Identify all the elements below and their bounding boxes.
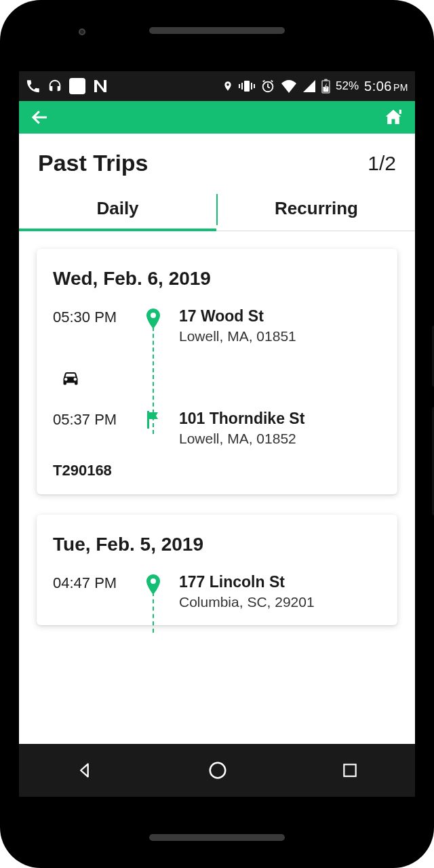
nav-back-button[interactable] — [75, 761, 94, 780]
end-city: Lowell, MA, 01852 — [179, 431, 381, 447]
page-title: Past Trips — [38, 150, 149, 176]
alarm-icon — [260, 79, 275, 94]
status-time: 5:06PM — [364, 79, 408, 94]
start-time: 05:30 PM — [53, 307, 127, 344]
start-city: Lowell, MA, 01851 — [179, 328, 381, 344]
svg-rect-3 — [239, 84, 240, 88]
trip-connector — [53, 344, 381, 410]
trip-date: Tue, Feb. 5, 2019 — [53, 534, 381, 555]
route-line — [153, 592, 154, 633]
app-indicator-icon — [69, 78, 85, 94]
trip-end-row: 05:37 PM 101 Thorndike St Lowell, MA, 01… — [53, 410, 381, 447]
tabs: Daily Recurring — [19, 189, 415, 231]
trip-card[interactable]: Tue, Feb. 5, 2019 04:47 PM 177 Lincoln S… — [37, 515, 397, 625]
trip-card[interactable]: Wed, Feb. 6, 2019 05:30 PM 17 Wood St Lo… — [37, 249, 397, 494]
speaker-bottom — [149, 834, 285, 841]
screen: 52% 5:06PM Past Trips 1/2 Daily Recurrin… — [19, 71, 415, 797]
phone-icon — [26, 79, 41, 94]
tab-recurring[interactable]: Recurring — [218, 189, 415, 231]
headset-icon — [47, 79, 62, 94]
trip-date: Wed, Feb. 6, 2019 — [53, 268, 381, 290]
nav-bar — [19, 744, 415, 797]
trip-list[interactable]: Wed, Feb. 6, 2019 05:30 PM 17 Wood St Lo… — [19, 231, 415, 744]
tab-daily[interactable]: Daily — [19, 189, 216, 231]
wifi-icon — [281, 79, 297, 93]
end-address: 101 Thorndike St — [179, 410, 381, 428]
battery-icon — [321, 79, 330, 94]
trip-start-row: 04:47 PM 177 Lincoln St Columbia, SC, 29… — [53, 573, 381, 610]
app-bar — [19, 101, 415, 134]
svg-rect-9 — [399, 110, 401, 114]
flag-end-icon — [145, 411, 161, 447]
pager: 1/2 — [368, 152, 396, 175]
phone-frame: 52% 5:06PM Past Trips 1/2 Daily Recurrin… — [0, 0, 434, 868]
svg-rect-1 — [241, 83, 243, 90]
start-address: 17 Wood St — [179, 307, 381, 326]
end-time: 05:37 PM — [53, 410, 127, 447]
svg-rect-7 — [324, 79, 328, 81]
back-button[interactable] — [30, 107, 50, 127]
speaker-top — [149, 27, 285, 34]
signal-icon — [302, 79, 316, 93]
title-row: Past Trips 1/2 — [19, 134, 415, 189]
nav-recents-button[interactable] — [341, 762, 359, 779]
front-camera — [79, 28, 85, 35]
svg-point-11 — [210, 763, 226, 778]
start-address: 177 Lincoln St — [179, 573, 381, 591]
svg-rect-0 — [244, 81, 250, 92]
svg-rect-4 — [254, 84, 255, 88]
vibrate-icon — [239, 79, 255, 93]
svg-rect-2 — [251, 83, 252, 90]
trip-id: T290168 — [53, 462, 381, 479]
trip-start-row: 05:30 PM 17 Wood St Lowell, MA, 01851 — [53, 307, 381, 344]
status-bar: 52% 5:06PM — [19, 71, 415, 101]
nav-home-button[interactable] — [208, 760, 228, 781]
n-icon — [92, 79, 108, 94]
battery-percent: 52% — [336, 79, 359, 93]
home-button[interactable] — [382, 107, 404, 127]
svg-rect-10 — [147, 411, 149, 429]
start-city: Columbia, SC, 29201 — [179, 594, 381, 610]
car-icon — [58, 366, 83, 389]
location-icon — [222, 79, 233, 94]
svg-rect-12 — [344, 764, 355, 776]
start-time: 04:47 PM — [53, 573, 127, 610]
